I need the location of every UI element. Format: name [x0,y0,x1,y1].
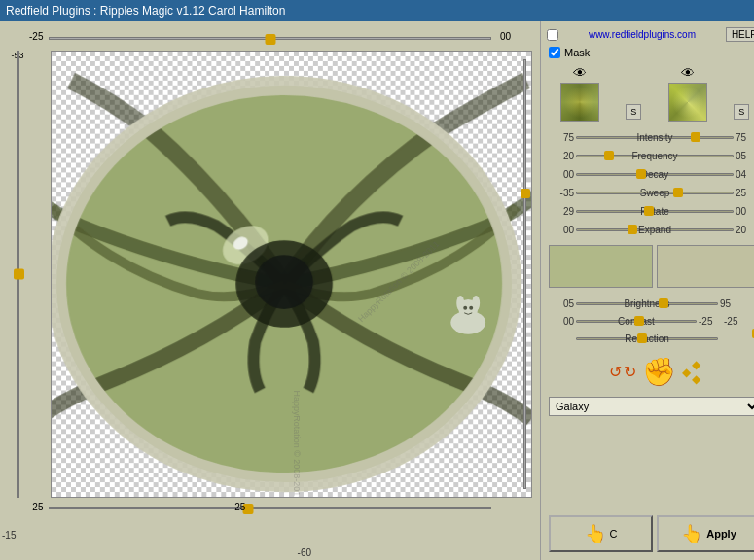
diamond-icon-3[interactable]: ◆ [692,372,700,386]
contrast-handle[interactable] [634,316,644,326]
frequency-handle[interactable] [604,151,614,160]
swirl-svg: HappyRotation © 2008-2011 HappyRotation … [52,52,531,497]
title-text: Redfield Plugins : Ripples Magic v1.12 C… [6,4,285,18]
refraction-handle[interactable] [637,333,647,343]
apply-icon: 👆 [681,523,702,544]
cancel-button[interactable]: 👆 C [549,515,653,552]
contrast-left-val: 00 [551,316,574,327]
diamond-cluster: ◆ ◆ ◆ [682,358,700,386]
bottom-ruler: -25 -25 [29,500,511,517]
bcr-section: 05 Brightness 95 00 Contrast -25 -25 [545,295,754,347]
preview-row: 👁 S 👁 S [545,61,754,125]
canvas-area: -25 00 -53 [0,21,540,560]
expand-right-val: 20 [736,225,754,235]
canvas-wrapper: -53 [8,51,532,498]
preset-select[interactable]: Galaxy Ripple Whirlpool Spiral Wave [549,397,754,416]
decay-slider-container: Decay [576,167,734,181]
main-layout: -25 00 -53 [0,21,754,560]
sweep-left-val: -35 [551,188,574,198]
intensity-handle[interactable] [691,132,700,142]
right-preview-block: 👁 [668,65,707,122]
left-curve-arrow[interactable]: ↺ [609,363,622,381]
svg-point-9 [255,255,313,309]
canvas-right-vslider [518,52,531,497]
intensity-right-val: 75 [736,132,754,143]
right-curve-arrow[interactable]: ↻ [624,363,636,381]
bcr-vslider [749,295,754,353]
apply-button[interactable]: 👆 Apply [657,515,754,552]
left-preview-thumb[interactable] [560,83,599,122]
website-link[interactable]: www.redfieldplugins.com [589,29,696,40]
top-checkbox[interactable] [547,29,558,41]
intensity-row: 75 Intensity 75 [547,128,754,146]
color-box-right[interactable] [657,245,754,288]
sweep-slider-container: Sweep [576,186,734,199]
mask-label: Mask [564,47,590,58]
decay-track [576,173,734,176]
ruler-top-right-label: 00 [500,31,511,42]
intensity-slider-container: Intensity [576,130,734,144]
bottom-buttons-row: 👆 C 👆 Apply [545,511,754,556]
curve-arrows: ↺ ↻ [609,363,636,381]
sweep-handle[interactable] [673,188,683,197]
left-ruler-handle[interactable] [14,269,24,280]
nav-row: ↺ ↻ ✊ ◆ ◆ ◆ [545,350,754,390]
decay-right-val: 04 [736,169,754,180]
decay-handle[interactable] [636,169,646,179]
rotate-left-val: 29 [551,206,574,217]
svg-point-16 [456,296,464,311]
expand-handle[interactable] [628,225,637,234]
brightness-handle[interactable] [659,298,668,308]
expand-track [576,228,734,231]
mask-row: Mask [545,47,754,58]
diamond-icon-2[interactable]: ◆ [692,358,700,371]
sweep-track [576,192,734,194]
rotate-handle[interactable] [644,206,654,216]
svg-point-15 [472,296,480,311]
diamond-column: ◆ ◆ [692,358,700,386]
brightness-right-val: 95 [720,298,743,309]
refraction-track [576,337,718,340]
image-canvas: HappyRotation © 2008-2011 HappyRotation … [51,51,532,498]
ruler-bottom-left-label: -25 [29,502,43,512]
decay-row: 00 Decay 04 [547,165,754,183]
mask-checkbox[interactable] [549,47,560,58]
brightness-track [576,302,718,305]
brightness-slider-container: Brightness [576,297,718,310]
cancel-label: C [610,528,618,540]
frequency-track [576,155,734,158]
cancel-icon: 👆 [585,523,606,544]
refraction-slider-container: Refraction [576,332,718,345]
canvas-vhandle[interactable] [521,189,530,198]
top-ruler: -25 00 [29,29,511,49]
fist-icon[interactable]: ✊ [642,356,676,388]
left-bottom-label: -15 [2,530,16,541]
brightness-left-val: 05 [551,298,574,309]
s-button-right[interactable]: S [734,104,749,120]
canvas-vtrack [523,59,526,489]
left-eye-icon[interactable]: 👁 [573,65,587,81]
right-panel: www.redfieldplugins.com HELP Mask 👁 S 👁 [540,21,754,560]
contrast-row: 00 Contrast -25 -25 [547,312,747,330]
left-ruler-track [17,51,19,498]
intensity-track [576,136,734,139]
bottom-right-label: -60 [298,547,311,558]
apply-label: Apply [706,528,736,540]
expand-left-val: 00 [551,225,574,235]
help-button[interactable]: HELP [726,27,754,42]
rotate-slider-container: Rotate [576,204,734,218]
diamond-icon-1[interactable]: ◆ [682,366,691,379]
right-eye-icon[interactable]: 👁 [681,65,695,81]
rotate-row: 29 Rotate 00 [547,202,754,220]
ruler-bottom-center-label: -25 [232,502,245,512]
frequency-left-val: -20 [551,151,574,161]
right-preview-thumb[interactable] [668,83,707,122]
preset-row: Galaxy Ripple Whirlpool Spiral Wave [545,393,754,420]
ruler-top-handle[interactable] [265,34,275,45]
svg-point-18 [463,306,467,310]
title-bar: Redfield Plugins : Ripples Magic v1.12 C… [0,0,754,21]
s-button-left[interactable]: S [626,104,641,120]
refraction-row: Refraction [547,330,747,347]
color-box-left[interactable] [549,245,653,288]
expand-slider-container: Expand [576,223,734,236]
